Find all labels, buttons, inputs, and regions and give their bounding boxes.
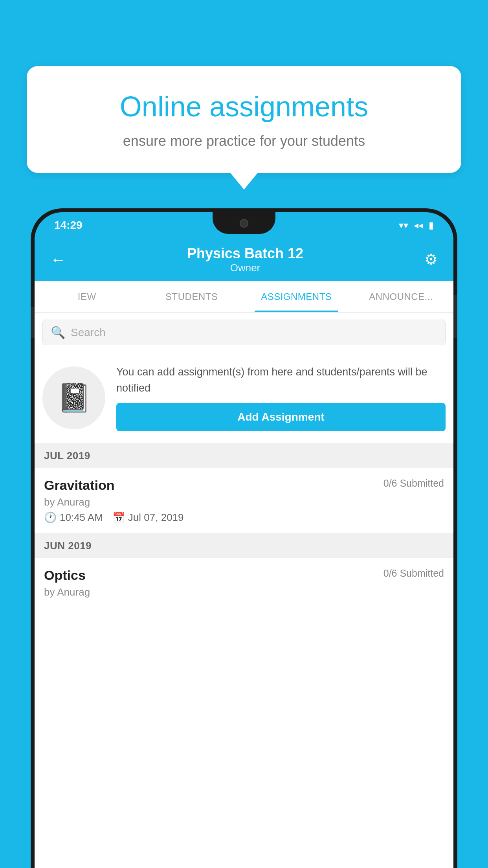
settings-button[interactable]: ⚙ [420,247,442,272]
promo-subtitle: ensure more practice for your students [54,131,434,151]
clock-icon: 🕐 [44,511,57,524]
search-input-wrap[interactable]: 🔍 Search [42,320,446,345]
assignment-item-optics[interactable]: Optics 0/6 Submitted by Anurag [35,558,453,611]
tabs-bar: IEW STUDENTS ASSIGNMENTS ANNOUNCE... [35,281,453,313]
app-bar-title: Physics Batch 12 [70,245,420,262]
screen-content: ← Physics Batch 12 Owner ⚙ IEW STUDENTS … [35,238,453,868]
notebook-icon: 📓 [57,382,91,414]
battery-icon: ▮ [429,220,434,231]
calendar-icon: 📅 [112,511,125,524]
assignment-author-gravitation: by Anurag [44,496,444,508]
app-bar-subtitle: Owner [70,262,420,274]
tab-assignments[interactable]: ASSIGNMENTS [244,281,349,312]
info-description: You can add assignment(s) from here and … [116,364,446,396]
month-header-jun: JUN 2019 [35,533,453,558]
app-bar: ← Physics Batch 12 Owner ⚙ [35,238,453,281]
wifi-icon: ▾▾ [399,220,408,231]
assignment-date-gravitation: 📅 Jul 07, 2019 [112,511,184,524]
assignment-submitted-gravitation: 0/6 Submitted [383,478,444,489]
assignment-icon-circle: 📓 [42,366,105,429]
tab-iew[interactable]: IEW [35,281,139,312]
assignment-row1: Gravitation 0/6 Submitted [44,478,444,493]
promo-card: Online assignments ensure more practice … [27,66,461,173]
search-icon: 🔍 [51,326,65,339]
info-text: You can add assignment(s) from here and … [116,364,446,431]
assignment-title-optics: Optics [44,568,86,583]
assignment-submitted-optics: 0/6 Submitted [383,568,444,579]
phone-inner: 14:29 ▾▾ ◂◂ ▮ ← Physics Batch 12 Owner ⚙ [35,212,453,868]
add-assignment-button[interactable]: Add Assignment [116,403,446,431]
back-button[interactable]: ← [46,247,70,272]
search-bar: 🔍 Search [35,313,453,352]
signal-icon: ◂◂ [414,220,423,231]
month-header-jul: JUL 2019 [35,443,453,468]
info-section: 📓 You can add assignment(s) from here an… [35,352,453,443]
assignment-row1-optics: Optics 0/6 Submitted [44,568,444,583]
assignment-time-gravitation: 🕐 10:45 AM [44,511,103,524]
camera [240,219,248,228]
search-placeholder: Search [71,326,106,339]
assignment-author-optics: by Anurag [44,586,444,598]
assignment-meta-gravitation: 🕐 10:45 AM 📅 Jul 07, 2019 [44,511,444,524]
phone-frame: 14:29 ▾▾ ◂◂ ▮ ← Physics Batch 12 Owner ⚙ [31,208,457,868]
tab-students[interactable]: STUDENTS [139,281,244,312]
assignment-title-gravitation: Gravitation [44,478,114,493]
assignment-item-gravitation[interactable]: Gravitation 0/6 Submitted by Anurag 🕐 10… [35,468,453,533]
notch [213,212,275,234]
app-bar-title-container: Physics Batch 12 Owner [70,245,420,274]
promo-title: Online assignments [54,90,434,123]
status-icons: ▾▾ ◂◂ ▮ [399,220,434,231]
status-time: 14:29 [54,219,83,232]
tab-announcements[interactable]: ANNOUNCE... [349,281,454,312]
